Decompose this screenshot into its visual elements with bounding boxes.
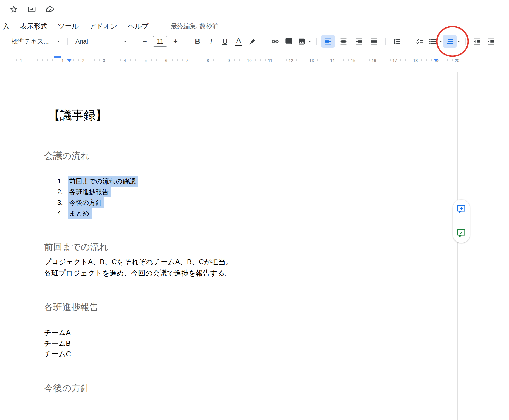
star-button[interactable] bbox=[8, 3, 20, 15]
align-center-button[interactable] bbox=[336, 35, 350, 48]
ruler-number: 8 bbox=[207, 58, 209, 63]
decrease-indent-button[interactable] bbox=[470, 35, 484, 48]
ruler-number: 18 bbox=[413, 58, 418, 63]
list-number: 1. bbox=[52, 177, 63, 185]
paragraph-line[interactable]: チームC bbox=[44, 349, 71, 359]
heading-future-policy[interactable]: 今後の方針 bbox=[44, 382, 90, 395]
cloud-done-icon bbox=[46, 5, 54, 14]
align-left-button[interactable] bbox=[321, 35, 335, 48]
selected-text[interactable]: まとめ bbox=[68, 208, 92, 219]
ruler-number: 15 bbox=[351, 58, 355, 63]
heading-progress-report[interactable]: 各班進捗報告 bbox=[44, 301, 98, 313]
numbered-list-icon bbox=[446, 38, 454, 46]
add-comment-icon bbox=[457, 205, 466, 214]
list-item[interactable]: 2. 各班進捗報告 bbox=[52, 186, 138, 197]
bulleted-list-dropdown[interactable] bbox=[439, 35, 443, 48]
decrease-indent-icon bbox=[473, 38, 481, 46]
checklist-button[interactable] bbox=[413, 35, 426, 48]
ruler-number: 9 bbox=[227, 58, 230, 63]
menu-item-format[interactable]: 表示形式 bbox=[20, 22, 47, 31]
ruler-number: 5 bbox=[145, 58, 147, 63]
list-number: 4. bbox=[52, 209, 63, 217]
font-value: Arial bbox=[75, 38, 88, 45]
document-status-button[interactable] bbox=[44, 3, 56, 15]
menu-item-help[interactable]: ヘルプ bbox=[128, 22, 149, 31]
move-button[interactable] bbox=[26, 3, 38, 15]
paragraph-line[interactable]: プロジェクトA、B、CをそれぞれチームA、B、Cが担当。 bbox=[44, 256, 233, 268]
minus-icon: − bbox=[143, 37, 147, 46]
paragraph[interactable]: プロジェクトA、B、CをそれぞれチームA、B、Cが担当。 各班プロジェクトを進め… bbox=[44, 256, 233, 279]
toolbar-divider bbox=[186, 38, 186, 45]
ruler-number: 10 bbox=[247, 58, 252, 63]
selected-text[interactable]: 今後の方針 bbox=[68, 197, 104, 208]
toolbar-divider bbox=[408, 38, 408, 45]
editing-mode-button[interactable] bbox=[456, 228, 466, 239]
ruler-number: 16 bbox=[372, 58, 376, 63]
bulleted-list-button[interactable] bbox=[426, 35, 439, 48]
ruler-number: 20 bbox=[455, 58, 459, 63]
ruler-number: 7 bbox=[186, 58, 188, 63]
right-indent-marker[interactable] bbox=[433, 59, 439, 62]
highlight-color-button[interactable] bbox=[245, 35, 259, 48]
increase-indent-icon bbox=[487, 38, 495, 46]
underline-icon: U bbox=[222, 38, 227, 46]
paragraph-line[interactable]: 各班プロジェクトを進め、今回の会議で進捗を報告する。 bbox=[44, 268, 233, 279]
list-item[interactable]: 4. まとめ bbox=[52, 208, 138, 218]
ruler-number: 4 bbox=[124, 58, 126, 63]
ruler-number: 17 bbox=[392, 58, 397, 63]
move-icon bbox=[27, 5, 36, 14]
last-edit-link[interactable]: 最終編集: 数秒前 bbox=[171, 22, 218, 30]
font-size-input[interactable]: 11 bbox=[153, 36, 167, 47]
list-item[interactable]: 3. 今後の方針 bbox=[52, 197, 138, 208]
numbered-list-button[interactable] bbox=[443, 35, 457, 48]
heading-previous-flow[interactable]: 前回までの流れ bbox=[44, 241, 108, 253]
plus-icon: + bbox=[173, 37, 178, 46]
left-indent-marker[interactable] bbox=[67, 59, 72, 62]
toolbar-divider bbox=[264, 38, 264, 45]
menu-item-tools[interactable]: ツール bbox=[58, 22, 79, 31]
numbered-list-dropdown[interactable] bbox=[457, 35, 461, 48]
toolbar-divider bbox=[465, 38, 466, 45]
increase-indent-button[interactable] bbox=[484, 35, 497, 48]
text-color-button[interactable]: A bbox=[232, 35, 245, 48]
menu-bar: 入 表示形式 ツール アドオン ヘルプ 最終編集: 数秒前 bbox=[0, 20, 218, 32]
menu-item-addons[interactable]: アドオン bbox=[89, 22, 117, 31]
star-icon bbox=[9, 5, 18, 14]
team-list: チームA チームB チームC bbox=[44, 327, 71, 359]
selected-text[interactable]: 各班進捗報告 bbox=[68, 186, 111, 197]
document-page[interactable]: 【議事録】 会議の流れ 1. 前回までの流れの確認 2. 各班進捗報告 3. 今… bbox=[26, 72, 458, 420]
align-justify-button[interactable] bbox=[367, 35, 381, 48]
ruler-number: 13 bbox=[309, 58, 314, 63]
align-right-button[interactable] bbox=[352, 35, 366, 48]
toolbar-divider bbox=[385, 38, 386, 45]
alignment-group bbox=[321, 35, 381, 48]
toolbar-divider bbox=[67, 38, 68, 45]
add-comment-side-button[interactable] bbox=[456, 204, 466, 214]
paragraph-line[interactable]: チームA bbox=[44, 327, 71, 338]
line-spacing-button[interactable] bbox=[390, 35, 404, 48]
ruler-number: 6 bbox=[165, 58, 167, 63]
bold-button[interactable]: B bbox=[191, 35, 204, 48]
paragraph-style-selector[interactable]: 標準テキス... bbox=[8, 35, 63, 48]
heading-meeting-flow[interactable]: 会議の流れ bbox=[44, 150, 90, 162]
insert-image-dropdown[interactable] bbox=[308, 35, 312, 48]
insert-link-button[interactable] bbox=[268, 35, 282, 48]
list-number: 3. bbox=[52, 199, 63, 206]
insert-image-button[interactable] bbox=[296, 35, 308, 48]
increase-font-size-button[interactable]: + bbox=[169, 35, 182, 48]
doc-title[interactable]: 【議事録】 bbox=[48, 107, 107, 123]
paragraph-line[interactable]: チームB bbox=[44, 338, 71, 349]
align-center-icon bbox=[340, 38, 347, 46]
decrease-font-size-button[interactable]: − bbox=[139, 35, 151, 48]
list-item[interactable]: 1. 前回までの流れの確認 bbox=[52, 176, 138, 186]
underline-button[interactable]: U bbox=[218, 35, 232, 48]
first-line-indent-marker[interactable] bbox=[54, 56, 61, 58]
menu-item-partial[interactable]: 入 bbox=[3, 22, 10, 31]
selected-text[interactable]: 前回までの流れの確認 bbox=[68, 176, 138, 187]
font-selector[interactable]: Arial bbox=[72, 35, 130, 48]
add-comment-button[interactable] bbox=[282, 35, 296, 48]
chevron-down-icon bbox=[457, 41, 460, 42]
text-color-icon: A bbox=[235, 37, 242, 46]
highlighter-icon bbox=[248, 38, 256, 46]
italic-button[interactable]: I bbox=[204, 35, 218, 48]
